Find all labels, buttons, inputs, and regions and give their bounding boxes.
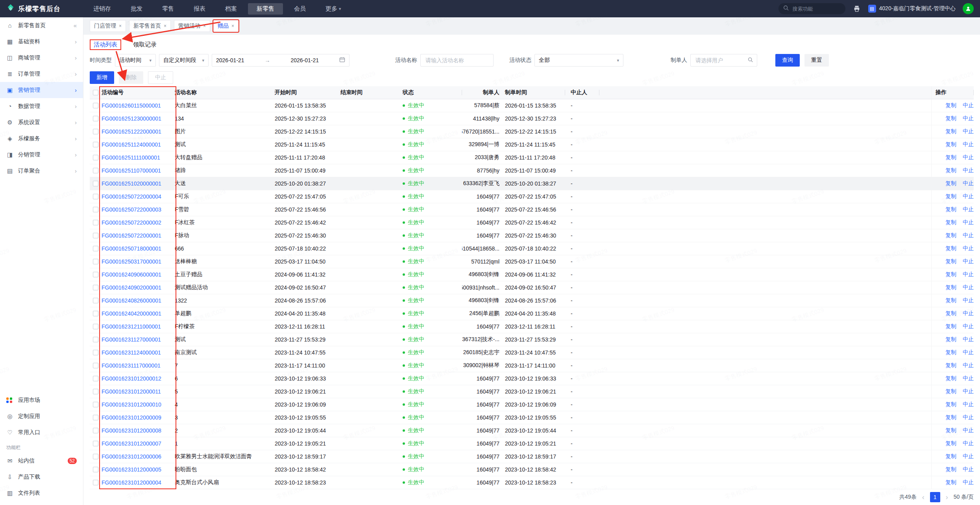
nav-item-批发[interactable]: 批发	[122, 3, 151, 15]
sidebar-item-基础资料[interactable]: ▦基础资料›	[0, 33, 83, 50]
range-type-select[interactable]: 自定义时间段 ▾	[159, 54, 209, 67]
row-checkbox[interactable]	[93, 194, 98, 199]
next-page-icon[interactable]: ›	[945, 493, 949, 501]
abort-link[interactable]: 中止	[963, 245, 974, 252]
global-search[interactable]	[778, 3, 845, 14]
abort-link[interactable]: 中止	[963, 167, 974, 174]
abort-link[interactable]: 中止	[963, 206, 974, 213]
copy-link[interactable]: 复制	[945, 219, 956, 226]
tab-新零售首页[interactable]: 新零售首页×	[129, 20, 171, 32]
page-number[interactable]: 1	[930, 492, 940, 502]
copy-link[interactable]: 复制	[945, 128, 956, 135]
copy-link[interactable]: 复制	[945, 388, 956, 395]
copy-link[interactable]: 复制	[945, 427, 956, 434]
row-checkbox[interactable]	[93, 441, 98, 446]
activity-code-link[interactable]: FG00016231012000008	[102, 427, 161, 434]
copy-link[interactable]: 复制	[945, 310, 956, 317]
sidebar-item-定制应用[interactable]: ◎定制应用	[0, 408, 83, 424]
activity-code-link[interactable]: FG00016231012000006	[102, 453, 161, 460]
abort-link[interactable]: 中止	[963, 141, 974, 148]
time-type-select[interactable]: 活动时间 ▾	[115, 54, 156, 67]
copy-link[interactable]: 复制	[945, 258, 956, 265]
row-checkbox[interactable]	[93, 246, 98, 251]
row-checkbox[interactable]	[93, 415, 98, 420]
row-checkbox[interactable]	[93, 389, 98, 394]
row-checkbox[interactable]	[93, 142, 98, 147]
search-button[interactable]: 查询	[775, 54, 800, 67]
abort-button[interactable]: 中止	[148, 71, 173, 84]
row-checkbox[interactable]	[93, 155, 98, 160]
copy-link[interactable]: 复制	[945, 115, 956, 122]
copy-link[interactable]: 复制	[945, 323, 956, 330]
activity-code-link[interactable]: FG00016231012000007	[102, 440, 161, 447]
abort-link[interactable]: 中止	[963, 414, 974, 421]
row-checkbox[interactable]	[93, 454, 98, 459]
copy-link[interactable]: 复制	[945, 284, 956, 291]
activity-code-link[interactable]: FG00016250722000001	[102, 232, 161, 239]
abort-link[interactable]: 中止	[963, 466, 974, 473]
sidebar-item-数据管理[interactable]: ◔数据管理›	[0, 98, 83, 114]
date-range-picker[interactable]: 2026-01-21 → 2026-01-21	[212, 54, 349, 67]
row-checkbox[interactable]	[93, 402, 98, 407]
activity-name-input[interactable]	[425, 57, 489, 64]
sidebar-item-应用市场[interactable]: 应用市场	[0, 392, 83, 408]
activity-code-link[interactable]: FG00016250722000004	[102, 193, 161, 200]
row-checkbox[interactable]	[93, 181, 98, 186]
activity-code-link[interactable]: FG00016260115000001	[102, 102, 161, 109]
select-all-checkbox[interactable]	[93, 90, 98, 95]
sidebar-item-订单管理[interactable]: ≣订单管理›	[0, 66, 83, 82]
copy-link[interactable]: 复制	[945, 141, 956, 148]
nav-item-会员[interactable]: 会员	[285, 3, 314, 15]
tab-营销活动[interactable]: 营销活动×	[174, 20, 210, 32]
row-checkbox[interactable]	[93, 324, 98, 329]
sidebar-item-乐檬服务[interactable]: ◈乐檬服务›	[0, 130, 83, 147]
activity-code-link[interactable]: FG00016231012000004	[102, 479, 161, 486]
abort-link[interactable]: 中止	[963, 440, 974, 447]
reset-button[interactable]: 重置	[804, 54, 829, 67]
copy-link[interactable]: 复制	[945, 349, 956, 356]
nav-item-报表[interactable]: 报表	[185, 3, 214, 15]
row-checkbox[interactable]	[93, 259, 98, 264]
activity-code-link[interactable]: FG00016250317000001	[102, 258, 161, 265]
copy-link[interactable]: 复制	[945, 336, 956, 343]
copy-link[interactable]: 复制	[945, 193, 956, 200]
avatar[interactable]	[963, 3, 974, 14]
abort-link[interactable]: 中止	[963, 336, 974, 343]
activity-code-link[interactable]: FG00016231012000005	[102, 466, 161, 473]
subtab-activity-list[interactable]: 活动列表	[90, 39, 121, 50]
activity-code-link[interactable]: FG00016251111000001	[102, 154, 160, 161]
row-checkbox[interactable]	[93, 168, 98, 173]
activity-code-link[interactable]: FG00016251107000001	[102, 167, 161, 174]
row-checkbox[interactable]	[93, 285, 98, 290]
sidebar-item-营销管理[interactable]: ▣营销管理›	[0, 82, 83, 98]
nav-item-新零售[interactable]: 新零售	[248, 3, 283, 15]
row-checkbox[interactable]	[93, 103, 98, 108]
delete-button[interactable]: 删除	[119, 71, 143, 84]
abort-link[interactable]: 中止	[963, 479, 974, 486]
close-icon[interactable]: ×	[231, 23, 234, 29]
add-button[interactable]: 新增	[90, 71, 114, 84]
activity-code-link[interactable]: FG00016251020000001	[102, 180, 161, 187]
abort-link[interactable]: 中止	[963, 154, 974, 161]
activity-code-link[interactable]: FG00016231124000001	[102, 349, 161, 356]
abort-link[interactable]: 中止	[963, 271, 974, 278]
row-checkbox[interactable]	[93, 220, 98, 225]
copy-link[interactable]: 复制	[945, 401, 956, 408]
abort-link[interactable]: 中止	[963, 258, 974, 265]
activity-code-link[interactable]: FG00016251230000001	[102, 115, 161, 122]
prev-page-icon[interactable]: ‹	[921, 493, 925, 501]
activity-name-field[interactable]	[420, 54, 494, 67]
activity-code-link[interactable]: FG00016240420000001	[102, 310, 161, 317]
activity-code-link[interactable]: FG00016231211000001	[102, 323, 161, 330]
nav-item-档案[interactable]: 档案	[216, 3, 246, 15]
copy-link[interactable]: 复制	[945, 232, 956, 239]
copy-link[interactable]: 复制	[945, 271, 956, 278]
copy-link[interactable]: 复制	[945, 102, 956, 109]
printer-icon[interactable]	[852, 4, 861, 13]
copy-link[interactable]: 复制	[945, 154, 956, 161]
global-search-input[interactable]	[792, 6, 835, 12]
activity-code-link[interactable]: FG00016250722000002	[102, 219, 161, 226]
abort-link[interactable]: 中止	[963, 102, 974, 109]
abort-link[interactable]: 中止	[963, 401, 974, 408]
activity-code-link[interactable]: FG00016250718000001	[102, 245, 161, 252]
